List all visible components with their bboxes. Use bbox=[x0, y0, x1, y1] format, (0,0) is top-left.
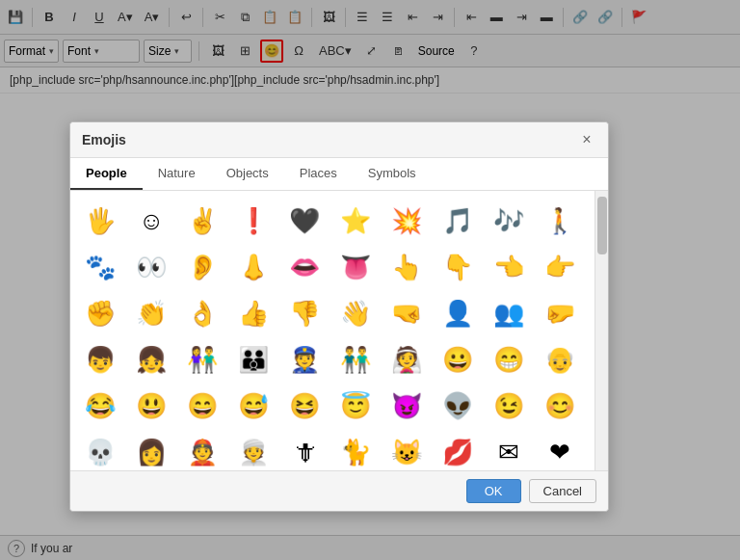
emoji-cell[interactable]: 👉 bbox=[538, 245, 582, 289]
emoji-cell[interactable]: 🤛 bbox=[538, 291, 582, 335]
emoji-cell[interactable]: 😃 bbox=[129, 384, 173, 428]
modal-overlay: Emojis × People Nature Objects Places Sy… bbox=[0, 0, 740, 560]
emoji-cell[interactable]: ✌ bbox=[180, 199, 225, 243]
tab-nature[interactable]: Nature bbox=[143, 158, 211, 190]
emoji-cell[interactable]: 👲 bbox=[180, 430, 225, 470]
emoji-cell[interactable]: 👅 bbox=[333, 245, 378, 289]
emoji-grid-container: 🖐☺✌❗🖤⭐💥🎵🎶🚶🐾👀👂👃👄👅👆👇👈👉✊👏👌👍👎👋🤜👤👥🤛👦👧👫👪👮👬👰😀😁👴… bbox=[70, 191, 608, 470]
emoji-cell[interactable]: ⭐ bbox=[333, 199, 378, 243]
emoji-cell[interactable]: 😇 bbox=[333, 384, 378, 428]
emoji-cell[interactable]: 👋 bbox=[333, 291, 378, 335]
emoji-cell[interactable]: 👆 bbox=[384, 245, 429, 289]
editor-container: 💾 B I U A▾ A▾ ↩ ✂ ⧉ 📋 📋 🖼 ☰ ☰ ⇤ ⇥ ⇤ ▬ ⇥ … bbox=[0, 0, 740, 560]
emoji-cell[interactable]: 💋 bbox=[436, 430, 480, 470]
emoji-cell[interactable]: ✉ bbox=[487, 430, 531, 470]
emoji-cell[interactable]: 👳 bbox=[231, 430, 276, 470]
scrollbar-thumb bbox=[597, 197, 607, 254]
emoji-cell[interactable]: 😅 bbox=[231, 384, 276, 428]
emoji-cell[interactable]: 🐈 bbox=[333, 430, 378, 470]
emoji-cell[interactable]: 👌 bbox=[180, 291, 225, 335]
emoji-cell[interactable]: ☺ bbox=[129, 199, 173, 243]
emoji-cell[interactable]: 👦 bbox=[78, 337, 122, 382]
emoji-cell[interactable]: 👄 bbox=[282, 245, 327, 289]
ok-button[interactable]: OK bbox=[466, 479, 521, 503]
emoji-cell[interactable]: 👤 bbox=[436, 291, 480, 335]
emoji-cell[interactable]: 🐾 bbox=[78, 245, 122, 289]
emoji-cell[interactable]: ❤ bbox=[538, 430, 582, 470]
cancel-button[interactable]: Cancel bbox=[529, 479, 596, 503]
emoji-cell[interactable]: 😄 bbox=[180, 384, 225, 428]
emoji-cell[interactable]: ✊ bbox=[78, 291, 122, 335]
dialog-title: Emojis bbox=[82, 132, 126, 147]
emoji-cell[interactable]: 🖤 bbox=[282, 199, 327, 243]
emoji-cell[interactable]: 😂 bbox=[78, 384, 122, 428]
emoji-cell[interactable]: 😈 bbox=[384, 384, 429, 428]
emoji-cell[interactable]: 👩 bbox=[129, 430, 173, 470]
emoji-cell[interactable]: 👂 bbox=[180, 245, 225, 289]
emoji-cell[interactable]: 🤜 bbox=[384, 291, 429, 335]
emoji-cell[interactable]: 💥 bbox=[384, 199, 429, 243]
dialog-footer: OK Cancel bbox=[70, 470, 608, 511]
emoji-grid: 🖐☺✌❗🖤⭐💥🎵🎶🚶🐾👀👂👃👄👅👆👇👈👉✊👏👌👍👎👋🤜👤👥🤛👦👧👫👪👮👬👰😀😁👴… bbox=[70, 191, 595, 470]
emoji-cell[interactable]: 🚶 bbox=[538, 199, 582, 243]
emoji-cell[interactable]: 👽 bbox=[436, 384, 480, 428]
emoji-cell[interactable]: 👬 bbox=[333, 337, 378, 382]
emoji-cell[interactable]: 👃 bbox=[231, 245, 276, 289]
emoji-dialog: Emojis × People Nature Objects Places Sy… bbox=[69, 121, 609, 512]
emoji-cell[interactable]: 👫 bbox=[180, 337, 225, 382]
emoji-cell[interactable]: 🎶 bbox=[487, 199, 531, 243]
emoji-cell[interactable]: 😁 bbox=[487, 337, 531, 382]
emoji-scrollbar[interactable] bbox=[595, 191, 608, 470]
tab-objects[interactable]: Objects bbox=[211, 158, 284, 190]
tab-people[interactable]: People bbox=[70, 158, 143, 190]
emoji-cell[interactable]: 😆 bbox=[282, 384, 327, 428]
emoji-cell[interactable]: 😺 bbox=[384, 430, 429, 470]
emoji-cell[interactable]: 👏 bbox=[129, 291, 173, 335]
emoji-cell[interactable]: 😊 bbox=[538, 384, 582, 428]
emoji-cell[interactable]: 👰 bbox=[384, 337, 429, 382]
emoji-cell[interactable]: 😉 bbox=[487, 384, 531, 428]
dialog-header: Emojis × bbox=[70, 122, 608, 158]
emoji-cell[interactable]: 👈 bbox=[487, 245, 531, 289]
emoji-cell[interactable]: 👀 bbox=[129, 245, 173, 289]
emoji-cell[interactable]: 🗡 bbox=[282, 430, 327, 470]
emoji-cell[interactable]: 👎 bbox=[282, 291, 327, 335]
emoji-tabs: People Nature Objects Places Symbols bbox=[70, 158, 608, 191]
dialog-close-button[interactable]: × bbox=[577, 130, 596, 149]
emoji-cell[interactable]: 💀 bbox=[78, 430, 122, 470]
emoji-cell[interactable]: 🖐 bbox=[78, 199, 122, 243]
emoji-cell[interactable]: 👧 bbox=[129, 337, 173, 382]
emoji-cell[interactable]: 😀 bbox=[436, 337, 480, 382]
emoji-cell[interactable]: 👮 bbox=[282, 337, 327, 382]
emoji-cell[interactable]: 👥 bbox=[487, 291, 531, 335]
emoji-cell[interactable]: 🎵 bbox=[436, 199, 480, 243]
emoji-cell[interactable]: 👴 bbox=[538, 337, 582, 382]
emoji-cell[interactable]: ❗ bbox=[231, 199, 276, 243]
emoji-cell[interactable]: 👇 bbox=[436, 245, 480, 289]
emoji-cell[interactable]: 👍 bbox=[231, 291, 276, 335]
emoji-cell[interactable]: 👪 bbox=[231, 337, 276, 382]
tab-places[interactable]: Places bbox=[284, 158, 353, 190]
tab-symbols[interactable]: Symbols bbox=[353, 158, 432, 190]
